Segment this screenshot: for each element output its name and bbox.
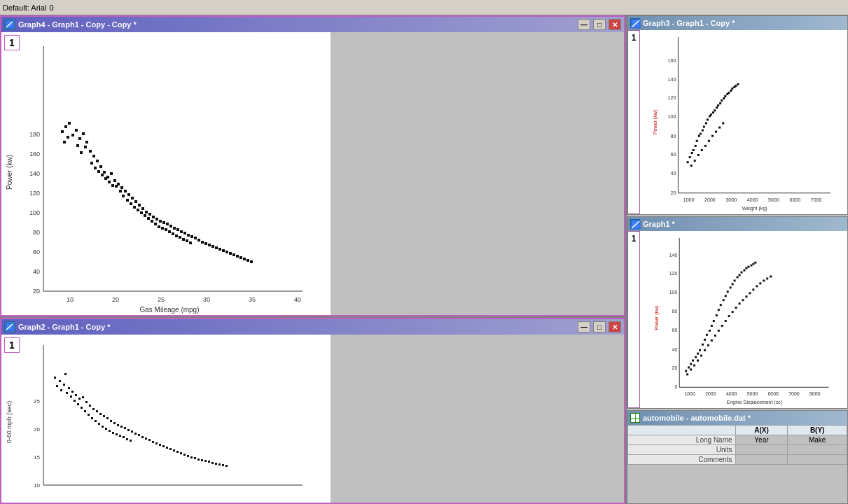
svg-rect-59 xyxy=(176,228,179,231)
svg-text:60: 60 xyxy=(671,152,676,158)
svg-text:100: 100 xyxy=(29,209,40,216)
svg-rect-146 xyxy=(148,439,151,441)
svg-rect-38 xyxy=(103,171,106,174)
svg-text:6000: 6000 xyxy=(767,391,779,396)
data-table-body[interactable]: A(X) B(Y) Long Name Year Make Units xyxy=(627,425,847,503)
svg-rect-104 xyxy=(94,167,97,169)
graph2-close-button[interactable]: ✕ xyxy=(609,321,621,332)
svg-rect-242 xyxy=(697,154,700,156)
graph4-close-button[interactable]: ✕ xyxy=(609,19,621,30)
svg-rect-178 xyxy=(91,417,93,419)
svg-rect-226 xyxy=(714,109,716,111)
svg-rect-313 xyxy=(725,320,727,322)
svg-rect-84 xyxy=(126,199,129,202)
svg-rect-65 xyxy=(197,239,200,241)
svg-rect-172 xyxy=(70,396,72,398)
svg-rect-33 xyxy=(76,144,79,147)
svg-text:20: 20 xyxy=(33,288,40,295)
svg-rect-78 xyxy=(243,258,246,260)
svg-rect-189 xyxy=(130,440,132,442)
svg-rect-297 xyxy=(745,267,747,270)
svg-rect-28 xyxy=(85,141,88,144)
graph3-graph-area[interactable]: 20 40 60 80 100 120 140 160 1000 2000 30… xyxy=(640,30,847,214)
svg-rect-271 xyxy=(685,370,687,372)
svg-rect-306 xyxy=(700,355,702,357)
svg-rect-56 xyxy=(166,223,169,225)
svg-rect-292 xyxy=(734,279,736,281)
graph2-placeholder xyxy=(331,335,624,503)
svg-rect-218 xyxy=(700,133,702,135)
svg-rect-62 xyxy=(187,234,190,237)
graph4-minimize-button[interactable]: — xyxy=(578,19,590,30)
svg-rect-157 xyxy=(187,455,189,457)
svg-rect-136 xyxy=(113,422,116,424)
svg-rect-173 xyxy=(74,400,76,402)
svg-rect-143 xyxy=(138,434,140,436)
svg-text:4000: 4000 xyxy=(726,391,737,396)
svg-text:20: 20 xyxy=(671,190,676,196)
graph2-maximize-button[interactable]: □ xyxy=(593,321,606,332)
svg-text:10: 10 xyxy=(34,482,40,489)
data-table[interactable]: A(X) B(Y) Long Name Year Make Units xyxy=(627,425,847,465)
svg-rect-90 xyxy=(147,217,150,220)
graph1-icon xyxy=(630,219,640,229)
svg-text:40: 40 xyxy=(294,296,301,303)
svg-rect-124 xyxy=(71,391,74,393)
graph1-graph-area[interactable]: 0 20 40 60 80 100 120 140 1000 2000 4000… xyxy=(640,231,847,408)
svg-rect-214 xyxy=(693,149,695,151)
svg-rect-274 xyxy=(692,360,694,362)
svg-rect-58 xyxy=(173,227,176,230)
toolbar-size-label: 0 xyxy=(49,4,53,12)
graph2-graph-area[interactable]: 1 10 15 20 25 0-60 mph (sec) xyxy=(1,335,331,503)
svg-rect-50 xyxy=(145,211,148,214)
svg-rect-283 xyxy=(713,320,715,322)
svg-rect-88 xyxy=(140,211,143,214)
svg-rect-231 xyxy=(723,97,725,99)
svg-text:6000: 6000 xyxy=(789,197,800,203)
svg-rect-68 xyxy=(208,244,211,246)
svg-text:Power (kw): Power (kw) xyxy=(653,110,658,134)
graph1-title: Graph1 * xyxy=(643,220,675,228)
svg-rect-304 xyxy=(693,364,695,366)
svg-rect-101 xyxy=(186,239,188,242)
svg-rect-164 xyxy=(211,462,214,464)
svg-rect-32 xyxy=(67,136,69,139)
svg-rect-49 xyxy=(141,207,144,210)
graph4-icon xyxy=(4,19,15,30)
svg-rect-321 xyxy=(752,288,754,290)
svg-text:3000: 3000 xyxy=(725,197,737,203)
svg-rect-103 xyxy=(90,162,93,164)
svg-rect-66 xyxy=(201,241,204,244)
svg-text:4000: 4000 xyxy=(747,197,758,203)
svg-rect-120 xyxy=(59,380,61,382)
svg-rect-57 xyxy=(169,225,172,227)
svg-text:5000: 5000 xyxy=(747,391,758,396)
svg-rect-294 xyxy=(739,274,741,276)
svg-rect-55 xyxy=(162,221,165,224)
graph2-minimize-button[interactable]: — xyxy=(578,321,590,332)
svg-text:7000: 7000 xyxy=(811,197,822,203)
svg-rect-247 xyxy=(715,131,717,133)
graph4-maximize-button[interactable]: □ xyxy=(593,19,606,30)
svg-rect-285 xyxy=(718,309,720,311)
svg-rect-29 xyxy=(84,146,87,148)
svg-rect-175 xyxy=(81,407,83,409)
svg-text:60: 60 xyxy=(672,328,678,332)
graph3-titlebar: Graph3 - Graph1 - Copy * xyxy=(627,16,847,30)
graph3-window: Graph3 - Graph1 - Copy * 1 20 40 60 80 1… xyxy=(627,15,848,215)
svg-rect-176 xyxy=(84,410,86,412)
graph4-graph-area[interactable]: 1 20 40 60 80 100 120 140 160 xyxy=(1,32,331,315)
svg-text:120: 120 xyxy=(668,95,676,101)
svg-text:1000: 1000 xyxy=(683,197,695,203)
svg-text:20: 20 xyxy=(672,365,678,370)
table-row-longname: Long Name Year Make xyxy=(628,435,847,445)
left-panel: Graph4 - Graph1 - Copy - Copy * — □ ✕ 1 … xyxy=(0,15,627,504)
svg-rect-91 xyxy=(151,220,153,223)
svg-rect-153 xyxy=(173,449,175,451)
svg-rect-275 xyxy=(695,356,697,358)
svg-rect-122 xyxy=(64,373,67,375)
svg-rect-82 xyxy=(119,190,122,192)
svg-rect-293 xyxy=(737,276,739,278)
col-header-ax: A(X) xyxy=(735,426,788,435)
svg-text:120: 120 xyxy=(669,271,678,276)
